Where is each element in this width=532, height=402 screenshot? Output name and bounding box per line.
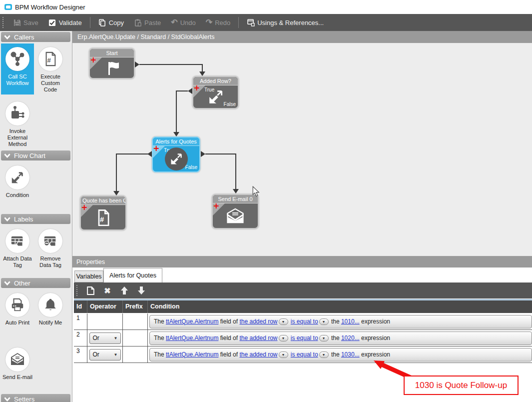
table-row[interactable]: 2 Or ▼ The ttAlertQue.Alertnum field of … [74,330,532,346]
column-header-id[interactable]: Id [74,300,87,313]
node-quote-has-been[interactable]: Quote has been Qu + # [80,196,126,230]
row-source-link[interactable]: the added row [239,351,277,358]
usings-references-button[interactable]: Usings & References... [242,16,329,30]
operator-link[interactable]: is equal to [291,318,318,325]
dropdown-icon[interactable]: ▼ [279,352,288,358]
node-added-row[interactable]: Added Row? + True False [192,76,239,109]
condition-text: expression [361,351,390,358]
operator-cell[interactable] [87,314,123,330]
validate-icon [48,18,56,26]
undo-label: Undo [180,19,196,26]
field-link[interactable]: ttAlertQue.Alertnum [166,334,218,342]
move-down-button[interactable] [133,284,150,297]
table-row[interactable]: 3 Or ▼ The ttAlertQue.Alertnum field of … [74,346,532,363]
palette-item-remove-data-tag[interactable]: Remove Data Tag [34,226,67,268]
column-header-condition[interactable]: Condition [148,300,532,313]
tab-alerts-for-quotes[interactable]: Alerts for Quotes [103,268,162,282]
remove-data-tag-icon [38,229,62,253]
delete-icon: ✖ [104,286,110,296]
table-row[interactable]: 1 The ttAlertQue.Alertnum field of the a… [74,314,532,330]
copy-icon [98,18,106,26]
node-send-email-0[interactable]: Send E-mail 0 + [212,194,259,229]
window-title: BPM Workflow Designer [15,4,85,11]
palette-item-notify-me[interactable]: Notify Me [34,290,67,326]
validate-label: Validate [59,19,82,26]
tab-variables[interactable]: Variables [74,270,103,282]
new-row-button[interactable] [82,284,99,297]
operator-link[interactable]: is equal to [291,351,318,358]
undo-button[interactable]: ↶ Undo [166,16,200,30]
conditions-table: 1 The ttAlertQue.Alertnum field of the a… [74,314,532,363]
condition-icon [153,146,199,172]
condition-cell[interactable]: The ttAlertQue.Alertnum field of the add… [148,346,532,362]
section-header-setters[interactable]: Setters [1,394,70,402]
field-link[interactable]: ttAlertQue.Alertnum [166,318,218,325]
sc-workflow-icon [5,47,29,71]
palette-item-condition[interactable]: Condition [1,162,34,198]
expression-link[interactable]: 1020... [341,334,360,342]
palette-item-invoke-external-method[interactable]: Invoke External Method [1,98,34,148]
condition-cell[interactable]: The ttAlertQue.Alertnum field of the add… [148,330,532,346]
palette-item-call-sc-workflow[interactable]: Call SC Workflow [1,44,34,94]
save-button[interactable]: Save [8,16,43,30]
mouse-cursor [251,186,260,197]
expression-link[interactable]: 1010... [341,318,360,325]
expression-link[interactable]: 1030... [341,351,360,358]
palette-item-auto-print[interactable]: Auto Print [1,290,34,326]
column-header-prefix[interactable]: Prefix [123,300,148,313]
section-header-flow-chart[interactable]: Flow Chart [1,150,70,160]
tab-label: Alerts for Quotes [109,272,156,279]
column-header-operator[interactable]: Operator [87,300,123,313]
paste-label: Paste [144,19,161,26]
toolbar-grip[interactable] [2,17,5,28]
dropdown-icon: ▼ [114,336,118,340]
dropdown-icon[interactable]: ▼ [279,335,288,342]
operator-dropdown[interactable]: Or ▼ [89,349,121,360]
send-email-icon [213,204,258,228]
row-source-link[interactable]: the added row [239,334,277,342]
custom-code-icon: # [38,47,62,71]
validate-button[interactable]: Validate [43,16,87,30]
delete-row-button[interactable]: ✖ [99,284,116,297]
workflow-canvas[interactable]: Start + Added Row? + True False Alerts f… [72,43,532,256]
paste-button[interactable]: Paste [129,16,166,30]
redo-button[interactable]: ↷ Redo [201,16,235,30]
palette-item-attach-data-tag[interactable]: Attach Data Tag [1,226,34,268]
dropdown-icon[interactable]: ▼ [319,335,329,342]
toolbar-grip[interactable] [76,285,79,296]
condition-text: field of [220,334,238,342]
prefix-cell[interactable] [123,346,148,362]
condition-text: The [154,318,164,325]
palette-item-execute-custom-code[interactable]: # Execute Custom Code [34,44,67,94]
node-start[interactable]: Start + [89,48,135,79]
move-up-button[interactable] [116,284,133,297]
section-label: Other [14,280,30,287]
paste-icon [134,18,142,26]
node-alerts-for-quotes[interactable]: Alerts for Quotes + True False [152,136,200,172]
palette-item-send-email[interactable]: Send E-mail [1,344,34,380]
prefix-cell[interactable] [123,330,148,346]
field-link[interactable]: ttAlertQue.Alertnum [166,351,218,358]
dropdown-icon[interactable]: ▼ [319,352,329,358]
dropdown-icon[interactable]: ▼ [319,318,329,325]
section-header-other[interactable]: Other [1,278,70,288]
row-source-link[interactable]: the added row [239,318,277,325]
operator-dropdown[interactable]: Or ▼ [89,332,121,344]
palette-row: Attach Data Tag Remove Data Tag [1,226,71,268]
palette-item-label: Call SC Workflow [2,74,33,86]
condition-cell[interactable]: The ttAlertQue.Alertnum field of the add… [148,314,532,330]
svg-text:#: # [100,216,104,224]
condition-expression[interactable]: The ttAlertQue.Alertnum field of the add… [149,348,532,362]
operator-value: Or [93,351,99,358]
operator-link[interactable]: is equal to [291,334,318,342]
condition-expression[interactable]: The ttAlertQue.Alertnum field of the add… [149,315,532,328]
section-header-labels[interactable]: Labels [1,214,70,224]
connector-lines [72,43,532,256]
copy-button[interactable]: Copy [93,16,129,30]
dropdown-icon[interactable]: ▼ [279,318,288,325]
bpm-workflow-designer-window: { "window": { "title": "BPM Workflow Des… [0,0,532,402]
condition-expression[interactable]: The ttAlertQue.Alertnum field of the add… [149,332,532,345]
section-header-callers[interactable]: Callers [1,32,70,42]
prefix-cell[interactable] [123,314,148,330]
redo-label: Redo [215,19,230,26]
